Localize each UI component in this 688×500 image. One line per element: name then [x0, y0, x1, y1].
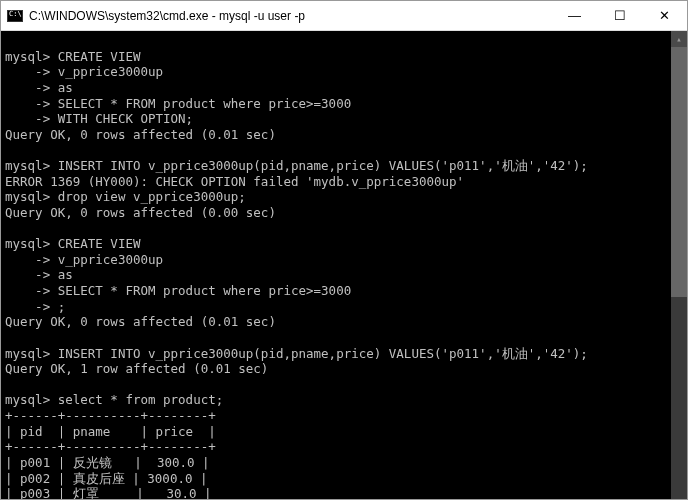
terminal-output[interactable]: mysql> CREATE VIEW -> v_pprice3000up -> … [1, 31, 687, 499]
minimize-button[interactable]: — [552, 1, 597, 30]
table-row: | p003 | 灯罩 | 30.0 | [5, 486, 212, 499]
table-row: | p002 | 真皮后座 | 3000.0 | [5, 471, 208, 486]
close-icon: ✕ [659, 8, 670, 23]
minimize-icon: — [568, 8, 581, 23]
terminal-line: mysql> CREATE VIEW [5, 49, 140, 64]
maximize-button[interactable]: ☐ [597, 1, 642, 30]
terminal-line: -> SELECT * FROM product where price>=30… [5, 96, 351, 111]
terminal-line: mysql> CREATE VIEW [5, 236, 140, 251]
terminal-line: -> SELECT * FROM product where price>=30… [5, 283, 351, 298]
table-border: +------+----------+--------+ [5, 408, 216, 423]
terminal-line: Query OK, 0 rows affected (0.01 sec) [5, 314, 276, 329]
terminal-line: Query OK, 0 rows affected (0.01 sec) [5, 127, 276, 142]
scrollbar[interactable]: ▴ [671, 31, 687, 499]
scroll-thumb[interactable] [671, 47, 687, 297]
cmd-icon [7, 10, 23, 22]
terminal-line: mysql> INSERT INTO v_pprice3000up(pid,pn… [5, 158, 588, 173]
terminal-line: mysql> select * from product; [5, 392, 223, 407]
terminal-line: -> as [5, 267, 73, 282]
table-header: | pid | pname | price | [5, 424, 216, 439]
terminal-line: -> WITH CHECK OPTION; [5, 111, 193, 126]
terminal-line: Query OK, 0 rows affected (0.00 sec) [5, 205, 276, 220]
table-border: +------+----------+--------+ [5, 439, 216, 454]
terminal-line: -> v_pprice3000up [5, 252, 163, 267]
terminal-line: -> as [5, 80, 73, 95]
terminal-line: -> v_pprice3000up [5, 64, 163, 79]
table-row: | p001 | 反光镜 | 300.0 | [5, 455, 210, 470]
terminal-line: -> ; [5, 299, 65, 314]
terminal-line: ERROR 1369 (HY000): CHECK OPTION failed … [5, 174, 464, 189]
terminal-line: Query OK, 1 row affected (0.01 sec) [5, 361, 268, 376]
terminal-line: mysql> INSERT INTO v_pprice3000up(pid,pn… [5, 346, 588, 361]
titlebar[interactable]: C:\WINDOWS\system32\cmd.exe - mysql -u u… [1, 1, 687, 31]
window-controls: — ☐ ✕ [552, 1, 687, 30]
terminal-line: mysql> drop view v_pprice3000up; [5, 189, 246, 204]
maximize-icon: ☐ [614, 8, 626, 23]
cmd-window: C:\WINDOWS\system32\cmd.exe - mysql -u u… [0, 0, 688, 500]
window-title: C:\WINDOWS\system32\cmd.exe - mysql -u u… [29, 9, 552, 23]
scroll-up-icon[interactable]: ▴ [671, 31, 687, 47]
close-button[interactable]: ✕ [642, 1, 687, 30]
